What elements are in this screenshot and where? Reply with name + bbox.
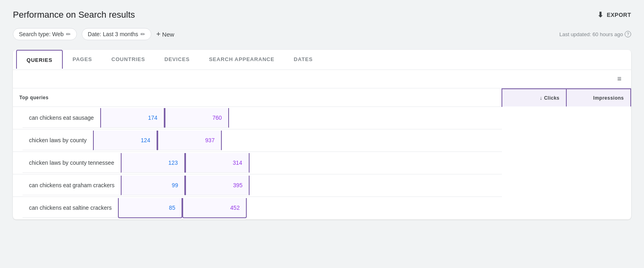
row-impressions: 452 xyxy=(182,198,247,218)
sort-arrow-icon: ↓ xyxy=(540,95,543,101)
row-query: can chickens eat sausage xyxy=(23,108,100,128)
header-clicks[interactable]: ↓ Clicks xyxy=(502,89,566,106)
page-header: Performance on Search results ⬇ EXPORT xyxy=(13,10,631,20)
filter-bar: Search type: Web ✏ Date: Last 3 months ✏… xyxy=(13,28,631,40)
tabs-row: QUERIES PAGES COUNTRIES DEVICES SEARCH A… xyxy=(13,50,631,70)
edit-date-icon: ✏ xyxy=(140,31,145,37)
row-impressions: 937 xyxy=(157,131,222,150)
row-clicks: 123 xyxy=(121,153,185,173)
last-updated: Last updated: 60 hours ago ? xyxy=(559,31,631,37)
row-clicks: 85 xyxy=(118,198,182,218)
search-type-filter[interactable]: Search type: Web ✏ xyxy=(13,28,77,40)
header-impressions[interactable]: Impressions xyxy=(566,89,631,106)
row-clicks: 174 xyxy=(100,108,165,128)
row-impressions: 395 xyxy=(185,176,250,195)
row-clicks: 124 xyxy=(93,131,157,150)
export-button[interactable]: ⬇ EXPORT xyxy=(597,10,631,19)
table-row[interactable]: can chickens eat graham crackers 99 395 xyxy=(13,174,502,197)
row-query: can chickens eat graham crackers xyxy=(23,176,121,195)
edit-search-type-icon: ✏ xyxy=(66,31,71,37)
filter-lines-icon: ≡ xyxy=(617,75,621,83)
filter-row: ≡ xyxy=(13,70,631,88)
date-label: Date: Last 3 months xyxy=(88,31,138,37)
tab-devices[interactable]: DEVICES xyxy=(155,50,199,70)
tab-search-appearance[interactable]: SEARCH APPEARANCE xyxy=(199,50,284,70)
tab-countries[interactable]: COUNTRIES xyxy=(102,50,155,70)
main-card: QUERIES PAGES COUNTRIES DEVICES SEARCH A… xyxy=(13,50,631,219)
date-filter[interactable]: Date: Last 3 months ✏ xyxy=(82,28,151,40)
plus-icon: + xyxy=(156,30,161,39)
filter-icon-button[interactable]: ≡ xyxy=(617,75,621,83)
search-type-label: Search type: Web xyxy=(19,31,64,37)
table-row[interactable]: chicken laws by county tennessee 123 314 xyxy=(13,152,502,174)
table-row[interactable]: chicken laws by county 124 937 xyxy=(13,129,502,152)
tab-queries[interactable]: QUERIES xyxy=(16,50,63,70)
page-container: Performance on Search results ⬇ EXPORT S… xyxy=(0,0,644,229)
row-impressions: 314 xyxy=(185,153,250,173)
row-query: can chickens eat saltine crackers xyxy=(23,198,118,218)
info-icon[interactable]: ? xyxy=(625,31,631,37)
new-filter-button[interactable]: + New xyxy=(156,30,174,39)
export-icon: ⬇ xyxy=(597,10,604,19)
row-clicks: 99 xyxy=(121,176,185,195)
filter-left: Search type: Web ✏ Date: Last 3 months ✏… xyxy=(13,28,174,40)
table-row[interactable]: can chickens eat saltine crackers 85 452 xyxy=(13,197,502,219)
row-query: chicken laws by county tennessee xyxy=(23,153,121,173)
tab-pages[interactable]: PAGES xyxy=(63,50,102,70)
table-row[interactable]: can chickens eat sausage 174 760 xyxy=(13,107,502,129)
row-impressions: 760 xyxy=(165,108,229,128)
page-title: Performance on Search results xyxy=(13,10,135,20)
table-wrapper: Top queries ↓ Clicks Impressions xyxy=(13,88,631,219)
tab-dates[interactable]: DATES xyxy=(284,50,322,70)
header-query: Top queries xyxy=(13,89,502,106)
queries-table: Top queries ↓ Clicks Impressions xyxy=(13,88,631,219)
row-query: chicken laws by county xyxy=(23,131,93,150)
